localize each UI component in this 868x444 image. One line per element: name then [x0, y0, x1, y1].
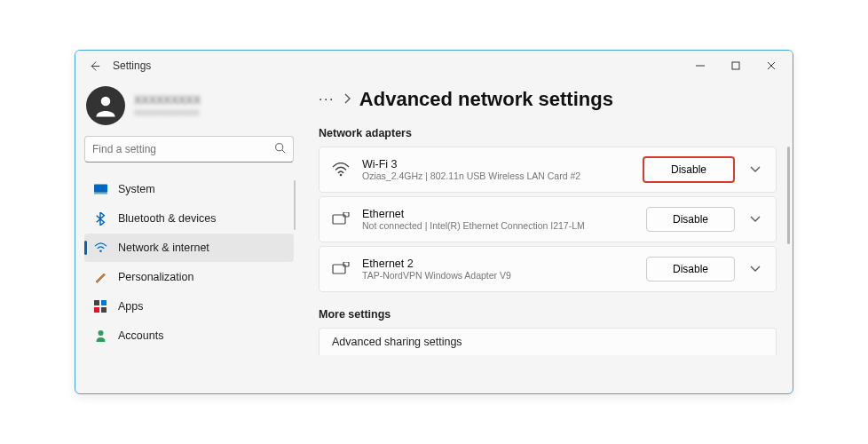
disable-button[interactable]: Disable	[646, 207, 735, 232]
avatar	[86, 86, 125, 125]
titlebar: Settings	[75, 51, 793, 81]
profile[interactable]: XXXXXXXXX xxxxxxxxxxxxxx	[84, 86, 294, 136]
maximize-button[interactable]	[718, 53, 754, 78]
sidebar-item-network[interactable]: Network & internet	[84, 234, 294, 262]
svg-rect-8	[94, 193, 107, 194]
svg-rect-1	[732, 62, 739, 69]
expand-button[interactable]	[747, 166, 763, 173]
sidebar-item-bluetooth[interactable]: Bluetooth & devices	[84, 204, 294, 233]
chevron-right-icon	[343, 93, 351, 107]
profile-name: XXXXXXXXX	[134, 94, 201, 107]
svg-rect-13	[101, 307, 107, 313]
adapter-card-ethernet[interactable]: Ethernet Not connected | Intel(R) Ethern…	[319, 196, 777, 242]
wifi-icon	[332, 161, 350, 178]
accounts-icon	[93, 329, 107, 343]
sidebar-item-system[interactable]: System	[84, 175, 294, 203]
svg-point-9	[99, 250, 102, 252]
nav: System Bluetooth & devices Network & int…	[84, 175, 294, 351]
adapter-sub: Ozias_2.4GHz | 802.11n USB Wireless LAN …	[362, 170, 630, 181]
minimize-button[interactable]	[683, 53, 718, 78]
svg-rect-12	[94, 307, 99, 313]
bluetooth-icon	[93, 211, 107, 226]
search-icon	[274, 141, 286, 157]
sidebar-item-apps[interactable]: Apps	[84, 292, 294, 321]
sidebar-item-label: System	[118, 183, 155, 195]
sidebar-item-label: Apps	[118, 300, 144, 313]
breadcrumb: ··· Advanced network settings	[319, 88, 777, 111]
system-icon	[93, 182, 107, 196]
sidebar-item-label: Personalization	[118, 271, 193, 283]
sidebar-item-label: Network & internet	[118, 242, 209, 254]
personalization-icon	[93, 270, 107, 284]
adapter-name: Ethernet	[362, 208, 634, 220]
advanced-sharing-item[interactable]: Advanced sharing settings	[319, 328, 777, 355]
window-title: Settings	[113, 59, 151, 72]
svg-rect-7	[94, 184, 107, 192]
svg-rect-10	[94, 300, 99, 305]
expand-button[interactable]	[747, 216, 763, 223]
adapter-card-wifi[interactable]: Wi-Fi 3 Ozias_2.4GHz | 802.11n USB Wirel…	[319, 147, 777, 193]
svg-point-15	[340, 174, 343, 177]
adapter-name: Ethernet 2	[362, 258, 634, 270]
disable-button[interactable]: Disable	[646, 257, 735, 281]
adapter-name: Wi-Fi 3	[362, 158, 630, 170]
main-content: ··· Advanced network settings Network ad…	[303, 81, 793, 393]
sidebar-item-accounts[interactable]: Accounts	[84, 321, 294, 350]
search-input[interactable]	[92, 143, 274, 155]
back-button[interactable]	[88, 59, 100, 72]
adapter-sub: TAP-NordVPN Windows Adapter V9	[362, 270, 634, 281]
adapter-card-ethernet2[interactable]: Ethernet 2 TAP-NordVPN Windows Adapter V…	[319, 246, 777, 292]
settings-window: Settings XXXXXXXXX xxxxxxxxxxxxxx	[75, 50, 793, 394]
svg-point-4	[101, 97, 111, 107]
profile-email: xxxxxxxxxxxxxx	[134, 107, 201, 117]
sidebar-item-personalization[interactable]: Personalization	[84, 263, 294, 291]
section-adapters-title: Network adapters	[319, 127, 777, 139]
section-more-title: More settings	[319, 308, 777, 321]
sidebar-item-label: Bluetooth & devices	[118, 212, 217, 225]
svg-point-14	[98, 330, 103, 336]
ethernet-icon	[332, 260, 350, 278]
nav-scrollbar[interactable]	[294, 180, 296, 230]
close-button[interactable]	[754, 53, 789, 78]
breadcrumb-ellipsis[interactable]: ···	[319, 91, 335, 107]
disable-button[interactable]: Disable	[643, 156, 735, 183]
network-icon	[93, 241, 107, 255]
svg-line-6	[282, 150, 285, 153]
ethernet-icon	[332, 210, 350, 228]
search-box[interactable]	[84, 136, 294, 163]
adapter-sub: Not connected | Intel(R) Ethernet Connec…	[362, 220, 634, 231]
svg-rect-11	[101, 300, 107, 305]
sidebar: XXXXXXXXX xxxxxxxxxxxxxx System Bluetoot…	[75, 81, 303, 393]
sidebar-item-label: Accounts	[118, 329, 163, 342]
main-scrollbar[interactable]	[787, 147, 790, 244]
apps-icon	[93, 299, 107, 313]
svg-point-5	[276, 144, 283, 151]
expand-button[interactable]	[747, 266, 763, 273]
page-title: Advanced network settings	[359, 88, 613, 111]
